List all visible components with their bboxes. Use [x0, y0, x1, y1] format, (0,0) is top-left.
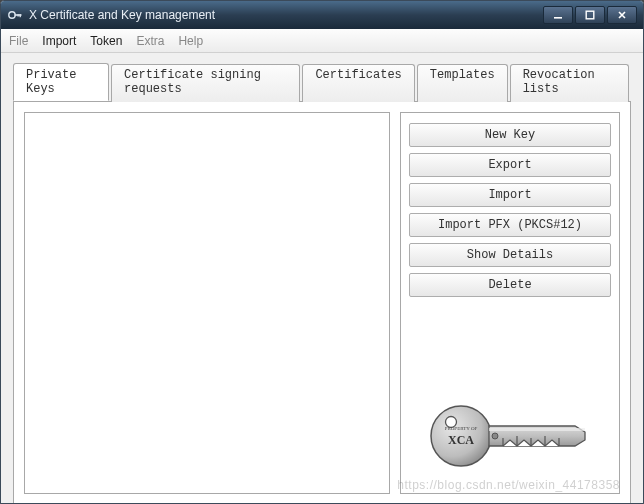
action-panel: New Key Export Import Import PFX (PKCS#1…: [400, 112, 620, 494]
menu-help[interactable]: Help: [178, 34, 203, 48]
window-controls: [543, 6, 637, 24]
import-button[interactable]: Import: [409, 183, 611, 207]
tab-panel: New Key Export Import Import PFX (PKCS#1…: [13, 101, 631, 504]
tab-private-keys[interactable]: Private Keys: [13, 63, 109, 101]
delete-button[interactable]: Delete: [409, 273, 611, 297]
client-area: Private Keys Certificate signing request…: [1, 53, 643, 503]
svg-rect-2: [20, 14, 21, 17]
export-button[interactable]: Export: [409, 153, 611, 177]
svg-rect-3: [18, 14, 19, 16]
key-logo-icon: PROPERTY OF XCA: [425, 396, 595, 483]
key-list[interactable]: [24, 112, 390, 494]
window-title: X Certificate and Key management: [29, 8, 543, 22]
svg-point-0: [9, 12, 15, 18]
menu-token[interactable]: Token: [90, 34, 122, 48]
svg-rect-5: [586, 11, 594, 19]
tab-strip: Private Keys Certificate signing request…: [13, 63, 631, 101]
tab-revocation[interactable]: Revocation lists: [510, 64, 629, 102]
import-pfx-button[interactable]: Import PFX (PKCS#12): [409, 213, 611, 237]
titlebar[interactable]: X Certificate and Key management: [1, 1, 643, 29]
maximize-button[interactable]: [575, 6, 605, 24]
app-window: X Certificate and Key management File Im…: [0, 0, 644, 504]
close-button[interactable]: [607, 6, 637, 24]
app-key-icon: [7, 7, 23, 23]
key-logo-line2: XCA: [448, 433, 474, 447]
menubar: File Import Token Extra Help: [1, 29, 643, 53]
svg-rect-8: [489, 428, 585, 431]
key-logo-line1: PROPERTY OF: [445, 426, 478, 431]
tab-csr[interactable]: Certificate signing requests: [111, 64, 300, 102]
menu-import[interactable]: Import: [42, 34, 76, 48]
show-details-button[interactable]: Show Details: [409, 243, 611, 267]
svg-point-9: [492, 433, 498, 439]
tab-certificates[interactable]: Certificates: [302, 64, 414, 102]
new-key-button[interactable]: New Key: [409, 123, 611, 147]
menu-file[interactable]: File: [9, 34, 28, 48]
minimize-button[interactable]: [543, 6, 573, 24]
tab-templates[interactable]: Templates: [417, 64, 508, 102]
menu-extra[interactable]: Extra: [136, 34, 164, 48]
svg-rect-4: [554, 17, 562, 19]
